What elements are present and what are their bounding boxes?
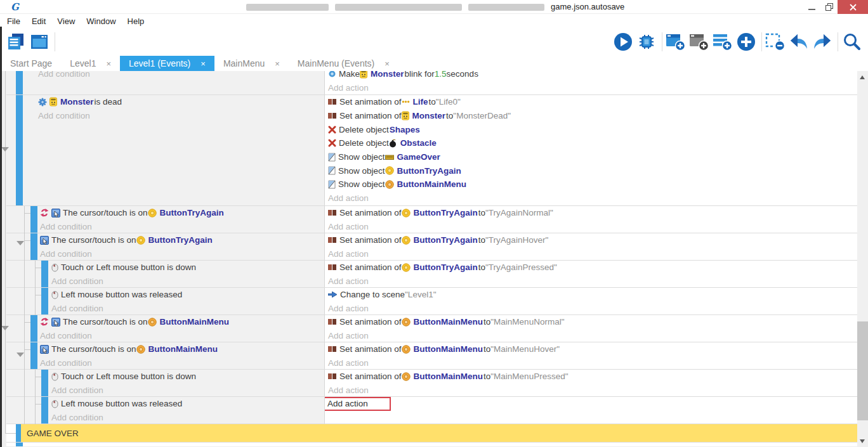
- conditions-cell[interactable]: The cursor/touch is on ButtonMainMenuAdd…: [6, 342, 325, 369]
- add-line[interactable]: Add condition: [51, 384, 324, 396]
- tab-close-icon[interactable]: ×: [385, 60, 390, 68]
- event-indent-bar[interactable]: [41, 261, 48, 287]
- event-line[interactable]: Set animation of ButtonTryAgain to "TryA…: [328, 233, 857, 247]
- event-line[interactable]: Set animation of ButtonTryAgain to "TryA…: [328, 261, 857, 275]
- event-line[interactable]: Make Monster blink for 1.5 seconds: [328, 71, 857, 81]
- actions-cell[interactable]: Set animation of ButtonMainMenu to "Main…: [325, 315, 857, 342]
- add-placeholder[interactable]: Add condition: [51, 304, 103, 313]
- scroll-up-arrow-icon[interactable]: [860, 75, 865, 79]
- event-indent-bar[interactable]: [30, 342, 37, 369]
- vertical-scrollbar[interactable]: [857, 71, 868, 447]
- scrollbar-thumb[interactable]: [857, 321, 868, 420]
- search-button[interactable]: [841, 30, 864, 53]
- add-line[interactable]: Add condition: [40, 247, 324, 260]
- menu-edit[interactable]: Edit: [26, 16, 51, 26]
- add-line[interactable]: Add action: [328, 397, 857, 411]
- conditions-cell[interactable]: The cursor/touch is on ButtonTryAgainAdd…: [6, 206, 325, 233]
- event-line[interactable]: Set animation of ButtonTryAgain to "TryA…: [328, 206, 857, 220]
- tab-level1-events-[interactable]: Level1 (Events)×: [120, 56, 214, 71]
- add-line[interactable]: Add condition: [40, 329, 324, 342]
- event-indent-bar[interactable]: [16, 71, 23, 94]
- event-line[interactable]: Touch or Left mouse button is down: [51, 261, 324, 275]
- tab-start-page[interactable]: Start Page: [1, 56, 61, 71]
- minimize-button[interactable]: [803, 0, 820, 14]
- add-placeholder[interactable]: Add condition: [51, 276, 103, 286]
- event-line[interactable]: Delete object Shapes: [328, 122, 857, 136]
- event-line[interactable]: Set animation of Monster to "MonsterDead…: [328, 109, 857, 123]
- tab-close-icon[interactable]: ×: [106, 60, 111, 68]
- add-line[interactable]: Add action: [328, 81, 857, 94]
- event-line[interactable]: Delete object Obstacle: [328, 136, 857, 150]
- comment-row[interactable]: GAME OVER: [6, 424, 857, 443]
- add-placeholder[interactable]: Add action: [328, 83, 369, 93]
- add-placeholder[interactable]: Add action: [328, 193, 369, 203]
- actions-cell[interactable]: Set animation of ButtonTryAgain to "TryA…: [325, 233, 857, 260]
- event-indent-bar[interactable]: [16, 443, 23, 446]
- add-line[interactable]: Add action: [328, 356, 857, 369]
- event-indent-bar[interactable]: [41, 397, 48, 424]
- start-scene-button[interactable]: [29, 30, 52, 53]
- add-placeholder[interactable]: Add action: [328, 358, 369, 368]
- conditions-cell[interactable]: Monster is deadAdd condition: [6, 95, 325, 205]
- event-line[interactable]: The cursor/touch is on ButtonTryAgain: [40, 206, 324, 220]
- add-placeholder[interactable]: Add action: [328, 331, 369, 340]
- add-action-highlighted[interactable]: Add action: [325, 397, 391, 411]
- add-line[interactable]: Add action: [328, 275, 857, 287]
- actions-cell[interactable]: Set animation of Life to "Life0"Set anim…: [325, 95, 857, 205]
- add-line[interactable]: Add action: [328, 384, 857, 396]
- actions-cell[interactable]: Set animation of ButtonTryAgain to "TryA…: [325, 261, 857, 287]
- add-line[interactable]: Add condition: [38, 109, 324, 123]
- menu-window[interactable]: Window: [81, 16, 121, 26]
- menu-file[interactable]: File: [1, 16, 26, 26]
- add-placeholder[interactable]: Add action: [328, 304, 369, 313]
- event-line[interactable]: Touch or Left mouse button is down: [51, 370, 324, 384]
- add-line[interactable]: Add condition: [40, 356, 324, 369]
- menu-help[interactable]: Help: [122, 16, 150, 26]
- actions-cell[interactable]: Set animation of ButtonMainMenu to "Main…: [325, 342, 857, 369]
- add-placeholder[interactable]: Add condition: [40, 222, 92, 231]
- event-line[interactable]: Set animation of Life to "Life0": [328, 95, 857, 109]
- add-placeholder[interactable]: Add condition: [40, 249, 92, 259]
- conditions-cell[interactable]: Touch or Left mouse button is downAdd co…: [6, 370, 325, 396]
- add-comment-lines-button[interactable]: [712, 30, 735, 53]
- event-indent-bar[interactable]: [16, 424, 21, 442]
- actions-cell[interactable]: Change to scene "Level1"Add action: [325, 288, 857, 314]
- restore-button[interactable]: [820, 0, 838, 14]
- conditions-cell[interactable]: Left mouse button was releasedAdd condit…: [6, 288, 325, 314]
- event-line[interactable]: Show object ButtonMainMenu: [328, 178, 857, 191]
- comment-text[interactable]: GAME OVER: [21, 424, 857, 442]
- add-line[interactable]: Add action: [328, 302, 857, 314]
- add-placeholder[interactable]: Add condition: [38, 111, 90, 120]
- add-placeholder[interactable]: Add action: [328, 385, 369, 395]
- conditions-cell[interactable]: The cursor/touch is on ButtonTryAgainAdd…: [6, 233, 325, 260]
- event-indent-bar[interactable]: [30, 206, 37, 233]
- add-line[interactable]: Add action: [328, 247, 857, 260]
- event-indent-bar[interactable]: [16, 95, 23, 205]
- close-button[interactable]: [838, 0, 868, 14]
- actions-cell[interactable]: Make Monster blink for 1.5 secondsAdd ac…: [325, 71, 857, 94]
- event-indent-bar[interactable]: [30, 315, 37, 342]
- event-line[interactable]: Left mouse button was released: [51, 397, 324, 411]
- conditions-cell[interactable]: The cursor/touch is on ButtonMainMenuAdd…: [6, 315, 325, 342]
- event-line[interactable]: Monster is dead: [38, 95, 324, 109]
- add-placeholder[interactable]: Add condition: [38, 71, 90, 79]
- undo-button[interactable]: [788, 30, 812, 53]
- event-line[interactable]: Change to scene "Level1": [328, 288, 857, 302]
- add-line[interactable]: Add action: [328, 191, 857, 205]
- event-indent-bar[interactable]: [41, 370, 48, 396]
- event-indent-bar[interactable]: [41, 288, 48, 314]
- redo-button[interactable]: [812, 30, 835, 53]
- tab-level1[interactable]: Level1×: [61, 56, 120, 71]
- event-line[interactable]: Set animation of ButtonMainMenu to "Main…: [328, 370, 857, 384]
- add-placeholder[interactable]: Add condition: [40, 331, 92, 340]
- event-line[interactable]: The cursor/touch is on ButtonMainMenu: [40, 315, 324, 329]
- add-line[interactable]: Add action: [328, 329, 857, 342]
- add-placeholder[interactable]: Add action: [328, 249, 369, 259]
- actions-cell[interactable]: Set animation of ButtonMainMenu to "Main…: [325, 370, 857, 396]
- tab-mainmenu[interactable]: MainMenu×: [214, 56, 289, 71]
- debugger-button[interactable]: [636, 30, 659, 53]
- add-event-button[interactable]: [665, 30, 688, 53]
- event-indent-bar[interactable]: [30, 233, 37, 260]
- add-placeholder[interactable]: Add condition: [40, 358, 92, 368]
- event-line[interactable]: Set animation of ButtonMainMenu to "Main…: [328, 342, 857, 356]
